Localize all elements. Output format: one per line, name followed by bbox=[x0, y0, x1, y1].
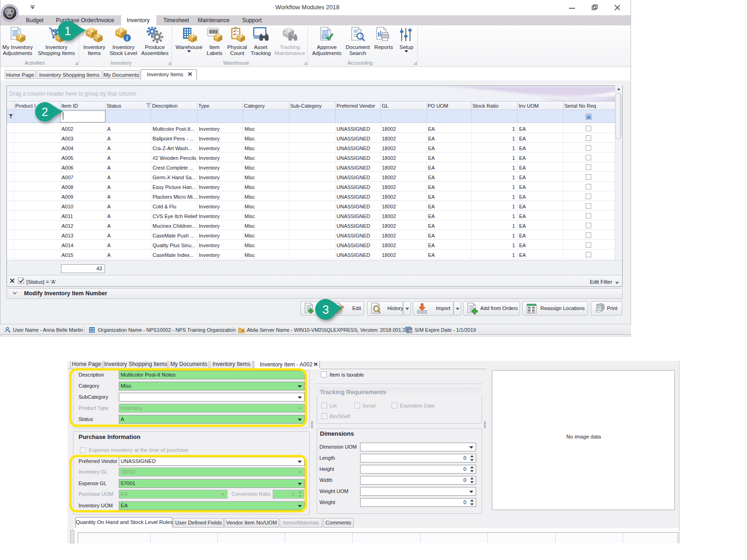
svg-text:2: 2 bbox=[42, 105, 48, 118]
svg-text:1: 1 bbox=[65, 24, 71, 37]
svg-text:3: 3 bbox=[322, 303, 329, 317]
